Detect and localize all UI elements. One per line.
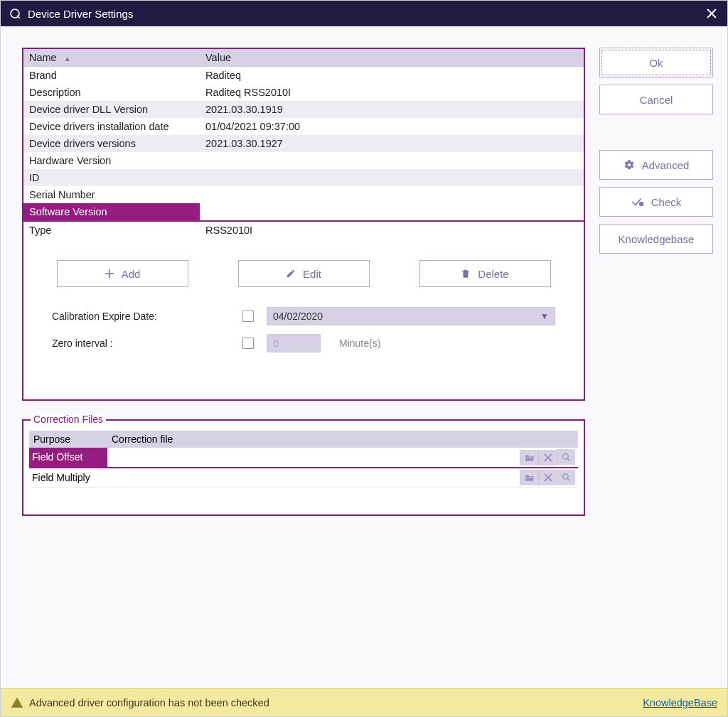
advanced-button[interactable]: Advanced <box>599 150 713 180</box>
titlebar: Device Driver Settings <box>1 1 727 26</box>
edit-button[interactable]: Edit <box>238 260 370 287</box>
trash-icon <box>461 269 471 279</box>
property-name: ID <box>23 169 200 186</box>
warning-icon <box>11 696 23 709</box>
table-row[interactable]: BrandRaditeq <box>23 67 584 85</box>
folder-open-icon[interactable] <box>520 450 538 465</box>
property-value: RSS2010I <box>200 221 584 239</box>
dialog-body: Name ▲ Value BrandRaditeqDescriptionRadi… <box>1 26 727 688</box>
property-value: 01/04/2021 09:37:00 <box>200 118 584 135</box>
zero-interval-input[interactable]: 0 <box>267 334 321 352</box>
extra-fields: Calibration Expire Date: 04/02/2020 ▼ Ze… <box>23 300 584 399</box>
property-name: Software Version <box>23 203 200 221</box>
close-icon[interactable] <box>702 4 722 23</box>
table-row[interactable]: Device drivers installation date01/04/20… <box>23 118 584 135</box>
property-name: Device drivers versions <box>23 135 200 152</box>
clear-icon[interactable] <box>538 470 557 485</box>
property-name: Brand <box>23 67 200 85</box>
zero-interval-row: Zero interval : 0 Minute(s) <box>38 330 569 357</box>
check-button[interactable]: ? Check <box>599 187 713 217</box>
property-value: 2021.03.30.1927 <box>200 135 584 152</box>
col-header-value[interactable]: Value <box>200 49 584 67</box>
property-name: Device drivers installation date <box>23 118 200 135</box>
col-header-name[interactable]: Name ▲ <box>23 49 200 67</box>
status-bar: Advanced driver configuration has not be… <box>1 688 727 716</box>
property-name: Device driver DLL Version <box>23 101 200 118</box>
correction-files-table: Purpose Correction file Field OffsetFiel… <box>29 431 578 487</box>
cancel-button[interactable]: Cancel <box>599 85 713 114</box>
side-column: Ok Cancel Advanced ? Check Knowledgebase <box>592 26 727 688</box>
ok-button[interactable]: Ok <box>599 48 713 77</box>
property-value <box>200 169 584 186</box>
correction-row[interactable]: Field Multiply <box>29 468 578 487</box>
property-value: 2021.03.30.1919 <box>200 101 584 118</box>
property-value <box>200 203 584 221</box>
properties-panel: Name ▲ Value BrandRaditeqDescriptionRadi… <box>22 48 585 401</box>
status-knowledgebase-link[interactable]: KnowledgeBase <box>643 697 717 708</box>
plus-icon <box>105 269 114 279</box>
check-icon: ? <box>631 197 644 207</box>
svg-line-13 <box>567 478 570 481</box>
table-row[interactable]: TypeRSS2010I <box>23 221 584 239</box>
cf-col-file[interactable]: Correction file <box>107 431 507 448</box>
folder-open-icon[interactable] <box>520 470 538 485</box>
property-name: Type <box>23 221 200 239</box>
calibration-row: Calibration Expire Date: 04/02/2020 ▼ <box>38 303 569 330</box>
properties-table: Name ▲ Value BrandRaditeqDescriptionRadi… <box>23 49 584 239</box>
property-name: Description <box>23 84 200 101</box>
window-title: Device Driver Settings <box>28 8 702 20</box>
property-value: Raditeq RSS2010I <box>200 84 584 101</box>
cf-col-purpose[interactable]: Purpose <box>29 431 107 448</box>
correction-files-panel: Correction Files Purpose Correction file… <box>22 419 585 516</box>
table-row[interactable]: Software Version <box>23 203 584 221</box>
correction-row[interactable]: Field Offset <box>29 448 578 468</box>
pencil-icon <box>286 269 296 279</box>
app-logo-icon <box>8 6 22 21</box>
cf-file <box>107 448 507 468</box>
table-row[interactable]: Serial Number <box>23 186 584 203</box>
calibration-label: Calibration Expire Date: <box>52 311 230 322</box>
zero-interval-checkbox[interactable] <box>242 338 254 349</box>
calibration-checkbox[interactable] <box>242 311 254 322</box>
clear-icon[interactable] <box>538 450 557 465</box>
correction-files-legend: Correction Files <box>31 414 106 425</box>
cf-purpose: Field Multiply <box>29 468 107 487</box>
window: Device Driver Settings Name ▲ Value <box>0 0 728 717</box>
table-row[interactable]: Device drivers versions2021.03.30.1927 <box>23 135 584 152</box>
knowledgebase-button[interactable]: Knowledgebase <box>599 224 713 254</box>
svg-line-9 <box>567 458 570 461</box>
search-icon[interactable] <box>557 470 575 485</box>
cf-file <box>107 468 507 487</box>
chevron-down-icon: ▼ <box>540 311 549 321</box>
svg-point-12 <box>563 474 569 480</box>
table-row[interactable]: DescriptionRaditeq RSS2010I <box>23 84 584 101</box>
table-row[interactable]: Device driver DLL Version2021.03.30.1919 <box>23 101 584 118</box>
search-icon[interactable] <box>557 449 575 465</box>
svg-point-8 <box>563 453 569 459</box>
property-name: Serial Number <box>23 186 200 203</box>
main-column: Name ▲ Value BrandRaditeqDescriptionRadi… <box>1 26 592 688</box>
gear-icon <box>623 159 635 171</box>
table-row[interactable]: ID <box>23 169 584 186</box>
property-name: Hardware Version <box>23 152 200 169</box>
sort-asc-icon: ▲ <box>64 55 71 63</box>
properties-buttons: Add Edit Delete <box>23 239 584 300</box>
property-value <box>200 186 584 203</box>
table-row[interactable]: Hardware Version <box>23 152 584 169</box>
zero-interval-unit: Minute(s) <box>339 338 380 349</box>
property-value: Raditeq <box>200 67 584 85</box>
delete-button[interactable]: Delete <box>419 260 551 287</box>
property-value <box>200 152 584 169</box>
cf-purpose: Field Offset <box>29 448 107 468</box>
status-message: Advanced driver configuration has not be… <box>29 697 269 708</box>
zero-interval-label: Zero interval : <box>52 338 230 349</box>
add-button[interactable]: Add <box>57 260 188 287</box>
calibration-date-input[interactable]: 04/02/2020 ▼ <box>267 307 555 325</box>
